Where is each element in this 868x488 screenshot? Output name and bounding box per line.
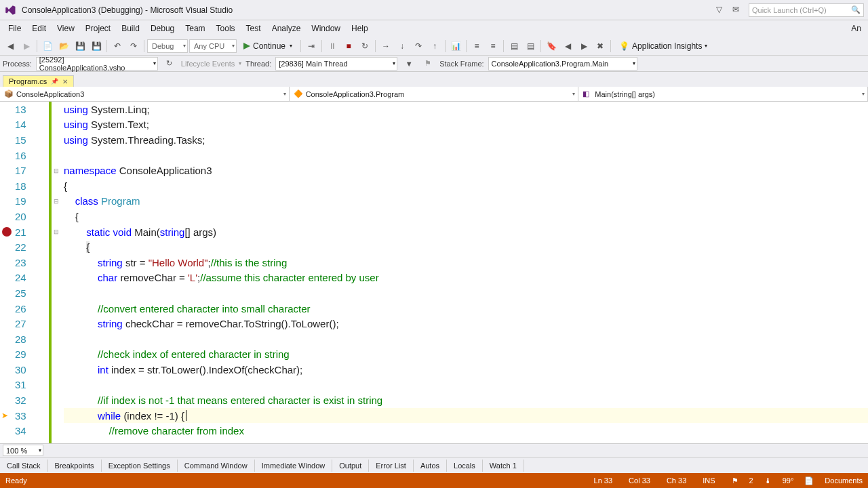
continue-button[interactable]: Continue ▾: [238, 39, 298, 54]
document-tab-program[interactable]: Program.cs 📌 ✕: [3, 75, 74, 87]
step-out-button[interactable]: ↑: [427, 39, 442, 54]
bottom-tab-locals[interactable]: Locals: [447, 460, 483, 472]
code-line[interactable]: //if index is not -1 that means entered …: [64, 392, 868, 408]
step-into-button[interactable]: ↓: [395, 39, 410, 54]
indent-button[interactable]: ≡: [469, 39, 484, 54]
zoom-bar: 100 %: [0, 443, 868, 457]
menu-edit[interactable]: Edit: [26, 22, 52, 35]
fold-toggle[interactable]: ⊟: [52, 194, 61, 209]
bottom-tab-error-list[interactable]: Error List: [369, 460, 414, 472]
open-button[interactable]: 📂: [56, 39, 71, 54]
stop-button[interactable]: ■: [341, 39, 356, 54]
flag-icon[interactable]: ⚑: [732, 476, 738, 485]
flag-threads-icon[interactable]: ▼: [401, 56, 416, 71]
process-dropdown[interactable]: [25292] ConsoleApplication3.vsho: [36, 57, 158, 70]
platform-dropdown[interactable]: Any CPU: [189, 39, 237, 53]
code-editor[interactable]: ➤ 13141516171819202122232425262728293031…: [0, 102, 868, 443]
bookmark-next-button[interactable]: ▶: [576, 39, 591, 54]
bottom-tab-immediate-window[interactable]: Immediate Window: [255, 460, 333, 472]
code-line[interactable]: using System.Threading.Tasks;: [64, 132, 868, 148]
step-button[interactable]: ⇥: [304, 39, 319, 54]
menu-analyze[interactable]: Analyze: [267, 22, 307, 35]
code-line[interactable]: char removeChar = 'L';//assume this char…: [64, 270, 868, 286]
bookmark-prev-button[interactable]: ◀: [560, 39, 575, 54]
cycle-icon[interactable]: ↻: [162, 56, 177, 71]
feedback-icon[interactable]: ✉: [732, 5, 743, 16]
outdent-button[interactable]: ≡: [486, 39, 500, 54]
menu-tools[interactable]: Tools: [211, 22, 241, 35]
code-line[interactable]: [64, 331, 868, 347]
redo-button[interactable]: ↷: [126, 39, 141, 54]
menu-project[interactable]: Project: [80, 22, 116, 35]
menu-test[interactable]: Test: [241, 22, 267, 35]
code-line[interactable]: string checkChar = removeChar.ToString()…: [64, 316, 868, 331]
code-line[interactable]: //check index of entered character in st…: [64, 347, 868, 363]
menu-team[interactable]: Team: [180, 22, 210, 35]
save-button[interactable]: 💾: [73, 39, 87, 54]
uncomment-button[interactable]: ▤: [523, 39, 538, 54]
comment-button[interactable]: ▤: [507, 39, 521, 54]
bottom-tab-call-stack[interactable]: Call Stack: [0, 460, 48, 472]
close-icon[interactable]: ✕: [62, 78, 68, 85]
menu-file[interactable]: File: [3, 22, 26, 35]
code-line[interactable]: class Program: [64, 194, 868, 209]
fold-toggle[interactable]: ⊟: [52, 224, 61, 240]
config-dropdown[interactable]: Debug: [147, 39, 188, 53]
show-next-statement-button[interactable]: →: [378, 39, 393, 54]
new-project-button[interactable]: 📄: [40, 39, 55, 54]
menu-debug[interactable]: Debug: [145, 22, 180, 35]
notification-filter-icon[interactable]: ▽: [716, 5, 727, 16]
code-line[interactable]: [64, 148, 868, 163]
bottom-tab-output[interactable]: Output: [332, 460, 369, 472]
application-insights-button[interactable]: 💡 Application Insights ▾: [614, 39, 713, 54]
bottom-tab-exception-settings[interactable]: Exception Settings: [102, 460, 178, 472]
code-line[interactable]: {: [64, 178, 868, 194]
thread-dropdown[interactable]: [29836] Main Thread: [275, 57, 397, 70]
stackframe-dropdown[interactable]: ConsoleApplication3.Program.Main: [488, 57, 637, 70]
nav-back-button[interactable]: ◀: [3, 39, 18, 54]
bottom-tab-command-window[interactable]: Command Window: [178, 460, 255, 472]
nav-class-dropdown[interactable]: 🔶 ConsoleApplication3.Program: [290, 87, 579, 101]
bottom-tab-breakpoints[interactable]: Breakpoints: [48, 460, 102, 472]
code-line[interactable]: {: [64, 209, 868, 224]
docs-icon[interactable]: 📄: [804, 476, 814, 485]
nav-forward-button[interactable]: ▶: [19, 39, 34, 54]
diag-tools-button[interactable]: 📊: [448, 39, 463, 54]
code-line[interactable]: namespace ConsoleApplication3: [64, 163, 868, 178]
bottom-tab-autos[interactable]: Autos: [414, 460, 447, 472]
menu-help[interactable]: Help: [346, 22, 374, 35]
code-line[interactable]: using System.Linq;: [64, 102, 868, 117]
fold-toggle[interactable]: ⊟: [52, 163, 61, 178]
code-line[interactable]: static void Main(string[] args): [64, 224, 868, 240]
code-line[interactable]: [64, 285, 868, 301]
nav-project-dropdown[interactable]: 📦 ConsoleApplication3: [0, 87, 290, 101]
temp-icon: 🌡: [764, 476, 772, 485]
code-line[interactable]: {: [64, 239, 868, 255]
menu-view[interactable]: View: [52, 22, 80, 35]
quick-launch-input[interactable]: Quick Launch (Ctrl+Q) 🔍: [749, 3, 864, 17]
code-line[interactable]: //remove character from index: [64, 423, 868, 439]
undo-button[interactable]: ↶: [110, 39, 125, 54]
code-line[interactable]: string str = "Hello World";//this is the…: [64, 255, 868, 270]
code-line[interactable]: int index = str.ToLower().IndexOf(checkC…: [64, 362, 868, 378]
code-line[interactable]: while (index != -1) {: [64, 408, 868, 424]
bottom-tab-watch-1[interactable]: Watch 1: [483, 460, 524, 472]
restart-button[interactable]: ↻: [357, 39, 372, 54]
step-over-button[interactable]: ↷: [411, 39, 426, 54]
save-all-button[interactable]: 💾: [89, 39, 104, 54]
nav-member-dropdown[interactable]: ◧ Main(string[] args): [578, 87, 868, 101]
zoom-dropdown[interactable]: 100 %: [3, 445, 43, 456]
bookmark-clear-button[interactable]: ✖: [593, 39, 608, 54]
code-line[interactable]: [64, 378, 868, 393]
threads-icon[interactable]: ⚑: [420, 56, 435, 71]
menu-build[interactable]: Build: [116, 22, 145, 35]
notif-count[interactable]: 2: [749, 476, 753, 485]
menu-window[interactable]: Window: [306, 22, 346, 35]
code-line[interactable]: using System.Text;: [64, 117, 868, 133]
pin-icon[interactable]: 📌: [51, 78, 58, 85]
signin-text[interactable]: An: [851, 24, 865, 33]
pause-button[interactable]: ⏸: [325, 39, 340, 54]
bookmark-button[interactable]: 🔖: [544, 39, 559, 54]
code-line[interactable]: //convert entered character into small c…: [64, 301, 868, 317]
breakpoint-icon[interactable]: [2, 227, 12, 237]
